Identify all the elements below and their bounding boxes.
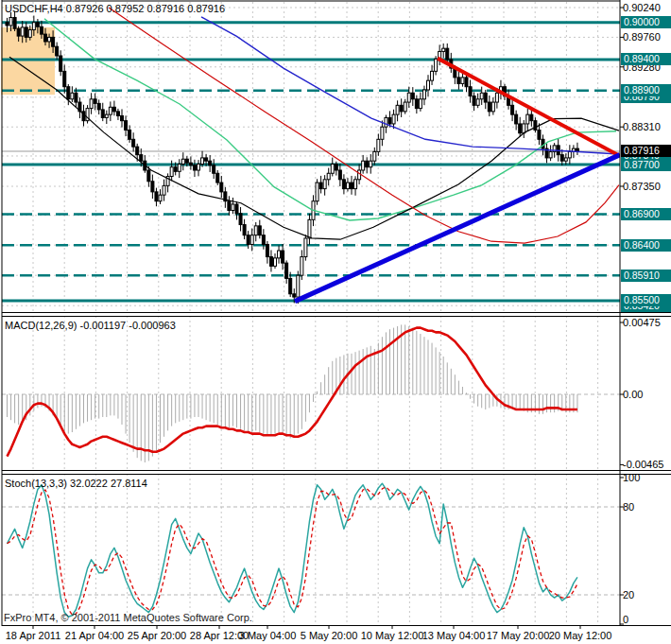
level-price-badge: 0.90000 [621, 16, 671, 28]
macd-scale-min: -0.00465 [623, 459, 663, 470]
time-axis-label: 25 Apr 20:00 [128, 630, 186, 641]
stoch-scale-label: 100 [623, 472, 640, 483]
copyright-text: FxPro MT4, © 2001-2011 MetaQuotes Softwa… [4, 612, 252, 623]
price-tick-label: 0.90240 [623, 2, 661, 13]
level-price-badge: 0.85910 [621, 270, 671, 282]
stoch-indicator-label: Stoch(13,3,3) 32.0222 27.8114 [5, 478, 147, 489]
chart-title: USDCHF,H4 0.87926 0.87952 0.87916 0.8791… [5, 3, 225, 14]
time-axis-label: 5 May 20:00 [301, 630, 358, 641]
current-price-label: 0.87916 [621, 145, 671, 157]
time-axis-label: 17 May 20:00 [487, 630, 550, 641]
time-axis-label: 3 May 04:00 [239, 630, 297, 641]
time-axis-label: 10 May 12:00 [361, 630, 424, 641]
time-axis-label: 21 Apr 04:00 [65, 630, 124, 641]
time-axis-label: 13 May 04:00 [422, 630, 486, 641]
time-axis-label: 20 May 12:00 [549, 630, 612, 641]
time-axis-label: 18 Apr 2011 [6, 630, 61, 641]
level-price-badge: 0.88900 [621, 84, 671, 96]
mt4-chart-window: USDCHF,H4 0.87926 0.87952 0.87916 0.8791… [0, 0, 671, 644]
stoch-scale-label: 20 [623, 589, 634, 600]
level-price-badge: 0.89400 [621, 53, 671, 65]
macd-scale-zero: 0.00 [623, 389, 643, 400]
price-tick-label: 0.89760 [623, 31, 661, 43]
macd-indicator-label: MACD(12,26,9) -0.001197 -0.000963 [5, 320, 176, 331]
price-tick-label: 0.87350 [623, 181, 661, 192]
macd-scale-max: 0.00475 [623, 317, 661, 328]
level-price-badge: 0.87700 [621, 159, 671, 171]
stoch-scale-label: 80 [623, 501, 634, 513]
level-price-badge: 0.85500 [621, 294, 671, 306]
level-price-badge: 0.86400 [621, 239, 671, 252]
level-price-badge: 0.86900 [621, 208, 671, 220]
price-tick-label: 0.88310 [623, 121, 661, 132]
stoch-scale-label: 0 [623, 614, 628, 625]
